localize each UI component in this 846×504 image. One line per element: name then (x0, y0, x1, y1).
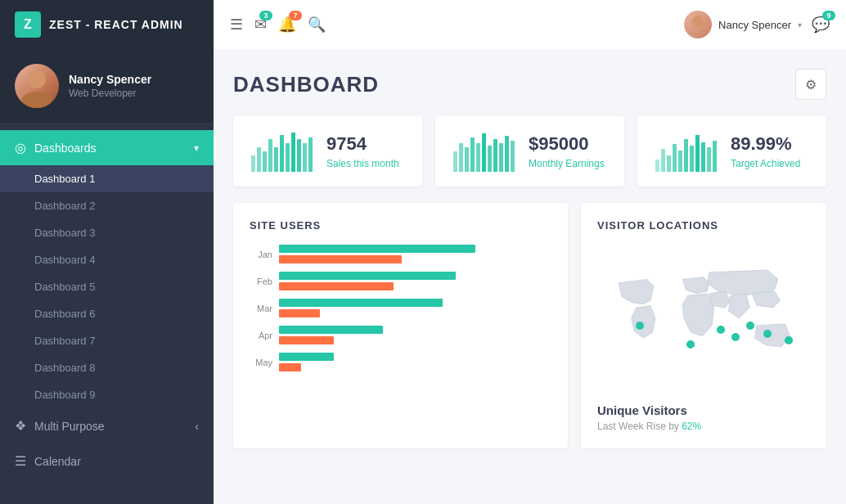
svg-rect-32 (713, 141, 717, 172)
bottom-section: SITE USERS Jan Feb (233, 203, 826, 448)
stat-card-sales: 9754 Sales this month (233, 116, 422, 187)
email-button[interactable]: ✉ 3 (254, 16, 267, 34)
svg-rect-31 (707, 147, 711, 172)
topbar-right: Nancy Spencer ▾ 💬 9 (684, 11, 830, 38)
sidebar-nav: ◎ Dashboards ▾ Dashboard 1 Dashboard 2 D… (0, 124, 214, 504)
svg-rect-10 (308, 137, 313, 172)
sidebar-item-dashboard-6[interactable]: Dashboard 6 (0, 300, 214, 327)
sidebar-brand: Z ZEST - REACT ADMIN (0, 0, 214, 49)
site-users-title: SITE USERS (250, 219, 551, 232)
stat-cards: 9754 Sales this month (233, 116, 826, 187)
stat-label-sales: Sales this month (326, 158, 399, 169)
stat-card-earnings: $95000 Monthly Earnings (435, 116, 624, 187)
sidebar-item-dashboard-3[interactable]: Dashboard 3 (0, 219, 214, 246)
svg-rect-23 (661, 149, 665, 172)
svg-rect-25 (673, 144, 677, 172)
nav-calendar[interactable]: ☰ Calendar (0, 443, 214, 479)
target-chart (654, 131, 719, 172)
chevron-left-icon: ‹ (195, 420, 199, 433)
nav-dashboards-label: Dashboards (34, 142, 186, 155)
svg-rect-6 (286, 143, 290, 172)
world-map (597, 245, 810, 392)
chevron-down-icon: ▾ (194, 142, 199, 154)
page-title: DASHBOARD (233, 72, 379, 97)
stat-card-target: 89.99% Target Achieved (637, 116, 826, 187)
map-dot-5 (746, 322, 754, 330)
svg-rect-3 (268, 139, 272, 172)
stat-label-target: Target Achieved (731, 158, 800, 169)
bar-group-apr (279, 326, 551, 344)
stat-info-sales: 9754 Sales this month (326, 133, 399, 169)
svg-rect-28 (690, 146, 694, 172)
bar-row-jan: Jan (250, 245, 551, 263)
stat-label-earnings: Monthly Earnings (529, 158, 605, 169)
bar-teal-may (279, 353, 334, 361)
svg-rect-24 (667, 155, 671, 172)
bar-teal-apr (279, 326, 383, 334)
bar-label-mar: Mar (250, 304, 272, 313)
stat-value-sales: 9754 (326, 133, 399, 155)
sidebar-profile: Nancy Spencer Web Developer (0, 49, 214, 124)
rise-value: 62% (682, 421, 701, 432)
sidebar-item-dashboard-1[interactable]: Dashboard 1 (0, 165, 214, 192)
bar-orange-feb (279, 282, 394, 290)
bar-teal-jan (279, 245, 475, 253)
svg-rect-2 (263, 151, 267, 172)
search-button[interactable]: 🔍 (308, 16, 326, 34)
bell-badge: 7 (289, 11, 302, 20)
unique-visitors-label: Unique Visitors (597, 403, 810, 417)
sidebar-item-dashboard-7[interactable]: Dashboard 7 (0, 327, 214, 354)
nav-multipurpose-label: Multi Purpose (34, 420, 187, 433)
sidebar-item-dashboard-5[interactable]: Dashboard 5 (0, 273, 214, 300)
bar-orange-jan (279, 255, 402, 263)
visitor-locations-title: VISITOR LOCATIONS (597, 219, 810, 232)
svg-rect-7 (291, 133, 295, 172)
brand-title: ZEST - REACT ADMIN (49, 18, 183, 31)
avatar (15, 64, 59, 108)
bar-label-apr: Apr (250, 331, 272, 340)
bar-label-feb: Feb (250, 277, 272, 286)
svg-rect-14 (470, 137, 475, 172)
chat-button[interactable]: 💬 9 (812, 16, 830, 34)
sidebar: Z ZEST - REACT ADMIN Nancy Spencer Web D… (0, 0, 214, 504)
sidebar-item-dashboard-2[interactable]: Dashboard 2 (0, 192, 214, 219)
sidebar-item-dashboard-9[interactable]: Dashboard 9 (0, 381, 214, 408)
svg-rect-4 (274, 147, 278, 172)
profile-name: Nancy Spencer (69, 73, 151, 86)
settings-button[interactable]: ⚙ (795, 69, 826, 100)
svg-rect-29 (695, 135, 700, 172)
svg-rect-16 (482, 133, 486, 172)
user-menu[interactable]: Nancy Spencer ▾ (684, 11, 802, 38)
sales-chart (250, 131, 315, 172)
nav-multipurpose[interactable]: ❖ Multi Purpose ‹ (0, 408, 214, 443)
bar-teal-mar (279, 299, 443, 307)
visitor-locations-card: VISITOR LOCATIONS (581, 203, 826, 448)
bar-row-mar: Mar (250, 299, 551, 317)
bell-button[interactable]: 🔔 7 (278, 16, 296, 34)
stat-info-earnings: $95000 Monthly Earnings (529, 133, 605, 169)
sidebar-item-dashboard-8[interactable]: Dashboard 8 (0, 354, 214, 381)
brand-icon: Z (15, 11, 41, 38)
stat-value-target: 89.99% (731, 133, 800, 155)
map-dot-3 (717, 326, 725, 334)
visitor-info: Unique Visitors Last Week Rise by 62% (597, 403, 810, 432)
nav-dashboards[interactable]: ◎ Dashboards ▾ (0, 130, 214, 165)
svg-rect-8 (297, 139, 301, 172)
svg-rect-20 (505, 136, 509, 172)
svg-rect-22 (655, 160, 659, 172)
bar-orange-mar (279, 309, 320, 317)
dashboard-icon: ◎ (15, 140, 26, 155)
sidebar-item-dashboard-4[interactable]: Dashboard 4 (0, 246, 214, 273)
visitor-subtitle: Last Week Rise by 62% (597, 421, 810, 432)
bar-chart: Jan Feb Mar (250, 245, 551, 371)
svg-rect-9 (303, 143, 307, 172)
page-header: DASHBOARD ⚙ (233, 69, 826, 100)
bar-group-may (279, 353, 551, 371)
svg-rect-30 (701, 142, 705, 172)
menu-icon[interactable]: ☰ (230, 16, 243, 34)
svg-rect-15 (476, 143, 480, 172)
map-dot-7 (785, 336, 793, 344)
topbar-user-name: Nancy Spencer (718, 19, 791, 31)
svg-rect-18 (493, 139, 497, 172)
stat-value-earnings: $95000 (529, 133, 605, 155)
